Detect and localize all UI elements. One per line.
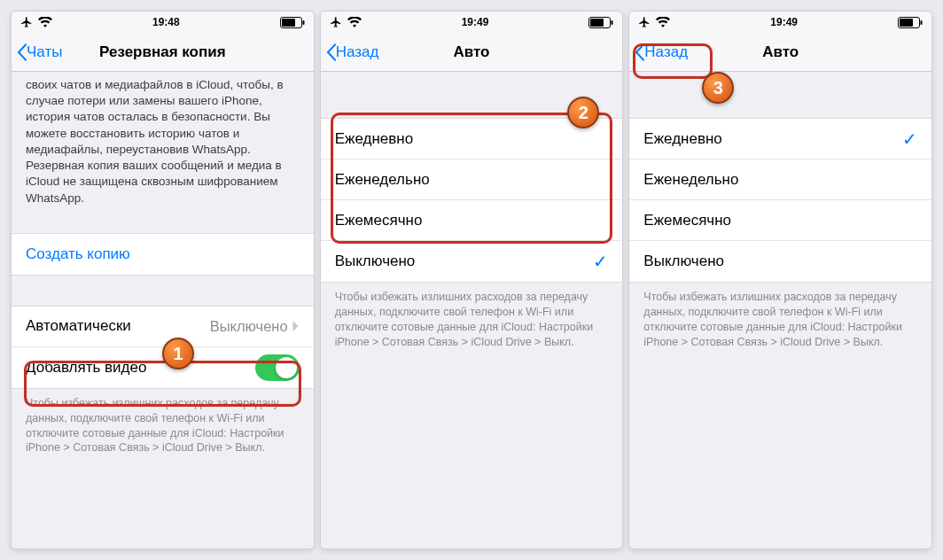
content-area: Ежедневно Еженедельно Ежемесячно Выключе… xyxy=(321,72,623,548)
footer-note: Чтобы избежать излишних расходов за пере… xyxy=(12,389,314,463)
svg-rect-4 xyxy=(590,19,604,27)
include-videos-row[interactable]: Добавлять видео xyxy=(12,347,314,388)
back-label: Чаты xyxy=(27,43,62,61)
create-backup-label: Создать копию xyxy=(26,245,130,263)
option-off[interactable]: Выключено xyxy=(629,241,931,282)
auto-backup-label: Автоматически xyxy=(26,317,131,335)
option-daily[interactable]: Ежедневно ✓ xyxy=(629,119,931,159)
back-label: Назад xyxy=(644,43,688,61)
airplane-icon xyxy=(638,16,651,28)
wifi-icon xyxy=(347,17,362,27)
status-time: 19:48 xyxy=(152,16,180,28)
option-monthly[interactable]: Ежемесячно xyxy=(321,200,623,241)
back-label: Назад xyxy=(336,43,379,61)
content-area: Ежедневно ✓ Еженедельно Ежемесячно Выклю… xyxy=(629,72,931,548)
frequency-options-group: Ежедневно ✓ Еженедельно Ежемесячно Выклю… xyxy=(629,118,931,283)
status-bar: 19:49 xyxy=(321,12,623,33)
option-weekly[interactable]: Еженедельно xyxy=(321,159,623,200)
option-weekly[interactable]: Еженедельно xyxy=(629,159,931,200)
battery-icon xyxy=(588,17,613,28)
phone-screen-2: 19:49 Назад Авто Ежедневно Еженедельно Е… xyxy=(320,11,624,549)
option-label: Ежемесячно xyxy=(335,212,423,229)
option-label: Выключено xyxy=(643,253,724,270)
chevron-left-icon xyxy=(324,43,337,62)
checkmark-icon: ✓ xyxy=(593,251,608,272)
option-label: Ежедневно xyxy=(643,130,721,148)
airplane-icon xyxy=(20,16,33,28)
status-bar: 19:49 xyxy=(629,12,931,33)
include-videos-label: Добавлять видео xyxy=(26,359,146,377)
footer-note: Чтобы избежать излишних расходов за пере… xyxy=(629,283,931,357)
wifi-icon xyxy=(656,17,670,27)
chevron-right-icon xyxy=(292,320,300,332)
airplane-icon xyxy=(330,16,342,28)
create-backup-button[interactable]: Создать копию xyxy=(12,234,314,275)
footer-note: Чтобы избежать излишних расходов за пере… xyxy=(321,283,623,357)
option-daily[interactable]: Ежедневно xyxy=(321,119,623,159)
battery-icon xyxy=(898,17,923,28)
svg-rect-1 xyxy=(282,19,295,27)
svg-rect-8 xyxy=(921,20,923,25)
chevron-left-icon xyxy=(15,43,27,62)
back-button[interactable]: Назад xyxy=(321,43,379,62)
back-button[interactable]: Чаты xyxy=(12,43,62,62)
wifi-icon xyxy=(38,17,52,27)
phone-screen-1: 19:48 Чаты Резервная копия своих чатов и… xyxy=(11,11,315,549)
svg-rect-2 xyxy=(302,20,304,25)
checkmark-icon: ✓ xyxy=(902,128,917,150)
option-label: Еженедельно xyxy=(643,171,738,189)
option-label: Еженедельно xyxy=(335,171,430,189)
auto-backup-row[interactable]: Автоматически Выключено xyxy=(12,307,314,347)
intro-note: своих чатов и медиафайлов в iCloud, чтоб… xyxy=(12,72,314,215)
battery-icon xyxy=(280,17,305,28)
svg-rect-7 xyxy=(900,19,913,27)
auto-backup-value: Выключено xyxy=(210,318,288,335)
nav-header: Назад Авто xyxy=(629,33,931,72)
include-videos-toggle[interactable] xyxy=(255,354,300,381)
status-time: 19:49 xyxy=(462,16,489,28)
create-backup-group: Создать копию xyxy=(12,233,314,276)
settings-group: Автоматически Выключено Добавлять видео xyxy=(12,306,314,389)
status-bar: 19:48 xyxy=(12,12,314,33)
svg-rect-5 xyxy=(612,20,613,25)
option-label: Ежемесячно xyxy=(643,212,731,229)
option-label: Выключено xyxy=(335,253,416,270)
option-label: Ежедневно xyxy=(335,130,413,148)
nav-header: Назад Авто xyxy=(321,33,623,72)
phone-screen-3: 19:49 Назад Авто Ежедневно ✓ Еженедельно… xyxy=(628,11,932,549)
status-time: 19:49 xyxy=(770,16,798,28)
option-monthly[interactable]: Ежемесячно xyxy=(629,200,931,241)
option-off[interactable]: Выключено ✓ xyxy=(321,241,623,282)
chevron-left-icon xyxy=(633,43,645,62)
nav-header: Чаты Резервная копия xyxy=(12,33,314,72)
back-button[interactable]: Назад xyxy=(629,43,688,62)
content-area: своих чатов и медиафайлов в iCloud, чтоб… xyxy=(12,72,314,548)
frequency-options-group: Ежедневно Еженедельно Ежемесячно Выключе… xyxy=(321,118,623,283)
